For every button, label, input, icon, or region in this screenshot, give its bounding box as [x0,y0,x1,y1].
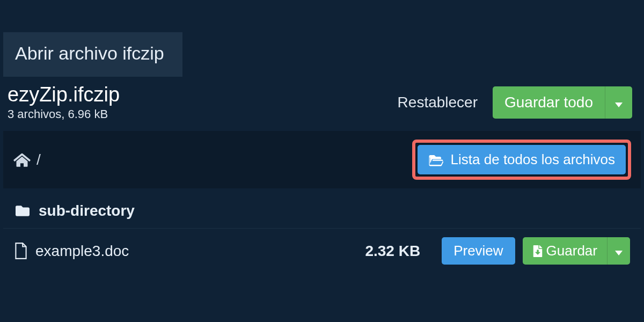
file-icon [14,243,28,260]
tab-label: Abrir archivo ifczip [15,43,164,63]
row-label: sub-directory [39,202,135,219]
row-label: example3.doc [35,243,129,260]
folder-open-icon [428,153,444,166]
list-all-files-button[interactable]: Lista de todos los archivos [418,145,626,174]
preview-label: Preview [453,243,503,259]
file-list: sub-directory example3.doc 2.32 KB Previ… [3,194,641,273]
chevron-down-icon [615,103,623,107]
highlight-frame: Lista de todos los archivos [412,140,631,180]
file-meta: 3 archivos, 6.96 kB [8,107,120,121]
download-icon [532,245,543,257]
row-name: example3.doc [14,243,355,260]
save-all-button[interactable]: Guardar todo [493,86,632,119]
chevron-down-icon [615,251,623,255]
breadcrumb-sep: / [36,151,41,169]
file-name: ezyZip.ifczip [8,83,120,106]
file-info: ezyZip.ifczip 3 archivos, 6.96 kB [8,83,120,121]
breadcrumb-bar: / Lista de todos los archivos [3,131,641,188]
save-label: Guardar [523,237,607,265]
folder-icon [14,204,31,218]
list-all-label: Lista de todos los archivos [451,151,615,168]
tab-open-file[interactable]: Abrir archivo ifczip [3,32,182,77]
list-item[interactable]: sub-directory [3,194,641,228]
home-icon [13,152,31,167]
file-header: ezyZip.ifczip 3 archivos, 6.96 kB Restab… [0,77,644,131]
save-button[interactable]: Guardar [523,237,630,265]
save-all-caret[interactable] [605,86,632,119]
preview-button[interactable]: Preview [442,237,515,265]
header-actions: Restablecer Guardar todo [398,86,632,119]
reset-button[interactable]: Restablecer [398,94,478,111]
row-name: sub-directory [14,202,630,219]
breadcrumb[interactable]: / [13,151,41,169]
save-all-label: Guardar todo [493,86,605,119]
row-actions: Preview Guardar [442,237,630,265]
row-size: 2.32 KB [365,243,420,260]
save-caret[interactable] [607,237,630,265]
list-item[interactable]: example3.doc 2.32 KB Preview Guardar [3,228,641,273]
